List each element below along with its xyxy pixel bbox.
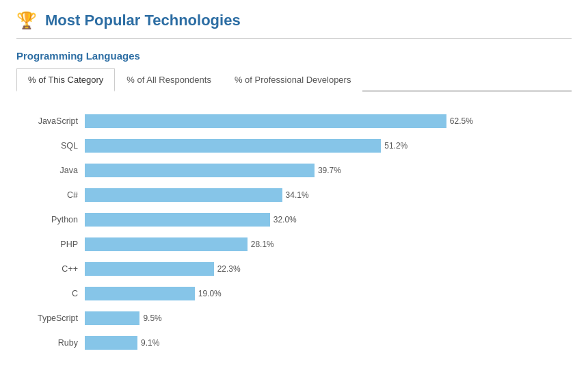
bar-label: Python	[16, 215, 85, 224]
tab-all-respondents[interactable]: % of All Respondents	[115, 68, 223, 92]
tab-category[interactable]: % of This Category	[16, 68, 115, 92]
chart-row: C#34.1%	[16, 186, 558, 204]
chart-row: C++22.3%	[16, 260, 558, 278]
bar-value: 22.3%	[214, 264, 241, 274]
bar	[85, 336, 137, 350]
chart-row: SQL51.2%	[16, 137, 558, 155]
page-header: 🏆 Most Popular Technologies	[16, 11, 572, 39]
bar	[85, 213, 270, 227]
bar	[85, 237, 248, 251]
bar	[85, 164, 315, 177]
bar	[85, 139, 381, 153]
bar	[85, 311, 139, 325]
bar-value: 19.0%	[195, 289, 222, 298]
bar-value: 9.1%	[137, 338, 159, 348]
chart-row: Ruby9.1%	[16, 334, 558, 352]
bar-value: 9.5%	[139, 313, 161, 323]
bar	[85, 114, 446, 128]
chart-area: JavaScript62.5%SQL51.2%Java39.7%C#34.1%P…	[16, 105, 572, 365]
bar-label: Java	[16, 166, 85, 175]
bar-label: C++	[16, 264, 85, 274]
bar-label: PHP	[16, 240, 85, 249]
tab-professional[interactable]: % of Professional Developers	[223, 68, 363, 92]
bar-label: TypeScript	[16, 313, 85, 323]
tab-bar: % of This Category % of All Respondents …	[16, 68, 572, 92]
bar-value: 51.2%	[381, 141, 407, 151]
bar-label: JavaScript	[16, 116, 85, 126]
bar-value: 28.1%	[248, 240, 274, 249]
bar-value: 34.1%	[282, 190, 309, 200]
trophy-icon: 🏆	[16, 11, 37, 30]
bar-value: 62.5%	[446, 116, 473, 126]
bar-value: 32.0%	[270, 215, 297, 224]
chart-row: C19.0%	[16, 285, 558, 303]
bar-label: Ruby	[16, 338, 85, 348]
bar-label: C	[16, 289, 85, 298]
bar-label: SQL	[16, 141, 85, 151]
bar-label: C#	[16, 190, 85, 200]
chart-row: Java39.7%	[16, 162, 558, 179]
chart-row: TypeScript9.5%	[16, 309, 558, 327]
page-title: Most Popular Technologies	[45, 12, 241, 29]
chart-row: PHP28.1%	[16, 235, 558, 253]
bar	[85, 262, 214, 276]
chart-row: JavaScript62.5%	[16, 112, 558, 130]
bar-value: 39.7%	[315, 166, 341, 175]
section-title: Programming Languages	[16, 50, 572, 62]
bar	[85, 188, 282, 202]
chart-row: Python32.0%	[16, 211, 558, 229]
bar	[85, 287, 195, 300]
